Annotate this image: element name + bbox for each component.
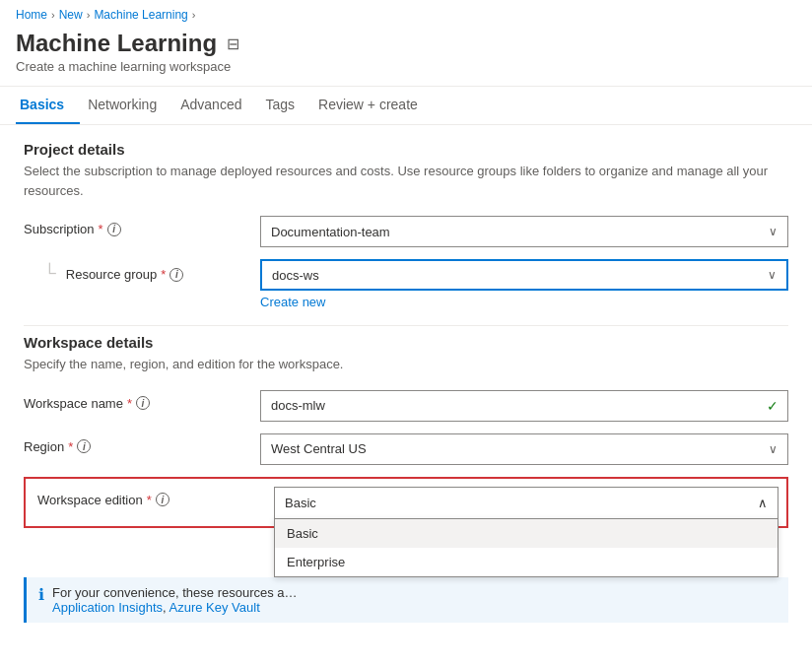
- workspace-name-required: *: [127, 396, 132, 411]
- region-required: *: [68, 439, 73, 454]
- info-banner-text: For your convenience, these resources a……: [52, 585, 777, 615]
- region-info-icon[interactable]: i: [77, 439, 91, 453]
- workspace-edition-label: Workspace edition: [37, 493, 143, 507]
- subscription-dropdown[interactable]: Documentation-team ∨: [260, 216, 788, 247]
- subscription-value: Documentation-team: [271, 225, 390, 239]
- breadcrumb: Home › New › Machine Learning ›: [0, 0, 812, 26]
- project-details-title: Project details: [24, 141, 788, 158]
- breadcrumb-sep-1: ›: [51, 9, 55, 21]
- resource-group-label: Resource group: [66, 267, 158, 282]
- workspace-name-input[interactable]: [260, 390, 788, 422]
- workspace-edition-row: Workspace edition * i Basic ∧ Basic Ente…: [24, 477, 788, 528]
- tab-basics[interactable]: Basics: [16, 87, 80, 124]
- workspace-name-info-icon[interactable]: i: [136, 396, 150, 410]
- info-banner: ℹ For your convenience, these resources …: [24, 577, 788, 623]
- region-value: West Central US: [271, 441, 367, 456]
- subscription-label-col: Subscription * i: [24, 216, 260, 236]
- workspace-edition-required: *: [147, 493, 152, 507]
- workspace-edition-value: Basic: [285, 496, 316, 510]
- subscription-required: *: [99, 222, 103, 236]
- subscription-info-icon[interactable]: i: [107, 223, 121, 236]
- info-banner-link-keyvault[interactable]: Azure Key Vault: [169, 600, 260, 615]
- resource-group-info-icon[interactable]: i: [169, 268, 183, 282]
- workspace-edition-option-enterprise[interactable]: Enterprise: [275, 548, 778, 576]
- region-dropdown[interactable]: West Central US ∨: [260, 433, 788, 465]
- info-banner-icon: ℹ: [38, 585, 44, 604]
- tab-networking[interactable]: Networking: [84, 87, 172, 124]
- subscription-label: Subscription: [24, 222, 95, 236]
- breadcrumb-sep-3: ›: [192, 9, 196, 21]
- workspace-edition-control: Basic ∧ Basic Enterprise: [274, 487, 778, 518]
- region-label: Region: [24, 439, 64, 454]
- resource-group-value: docs-ws: [272, 268, 319, 283]
- breadcrumb-home[interactable]: Home: [16, 8, 47, 22]
- resource-group-control: docs-ws ∨ Create new: [260, 259, 788, 309]
- region-row: Region * i West Central US ∨: [24, 433, 788, 465]
- tab-advanced[interactable]: Advanced: [176, 87, 257, 124]
- subscription-arrow: ∨: [769, 225, 778, 238]
- breadcrumb-sep-2: ›: [87, 9, 91, 21]
- info-banner-description: For your convenience, these resources a: [52, 585, 285, 600]
- workspace-name-label-col: Workspace name * i: [24, 390, 260, 411]
- workspace-section: Workspace details Specify the name, regi…: [24, 325, 788, 374]
- page-subtitle: Create a machine learning workspace: [16, 59, 796, 74]
- tab-review-create[interactable]: Review + create: [314, 87, 434, 124]
- resource-group-label-col: └ Resource group * i: [24, 259, 260, 284]
- workspace-name-row: Workspace name * i ✓: [24, 390, 788, 422]
- info-banner-link-insights[interactable]: Application Insights: [52, 600, 163, 615]
- workspace-edition-info-icon[interactable]: i: [156, 493, 169, 506]
- subscription-control: Documentation-team ∨: [260, 216, 788, 247]
- workspace-name-label: Workspace name: [24, 396, 123, 411]
- tabs-bar: Basics Networking Advanced Tags Review +…: [0, 87, 812, 125]
- print-icon[interactable]: ⊟: [227, 34, 239, 53]
- create-new-link[interactable]: Create new: [260, 295, 325, 309]
- page-title: Machine Learning: [16, 30, 217, 57]
- resource-group-required: *: [161, 267, 166, 282]
- form-content: Project details Select the subscription …: [0, 125, 812, 638]
- tab-tags[interactable]: Tags: [261, 87, 310, 124]
- project-details-desc: Select the subscription to manage deploy…: [24, 162, 788, 200]
- region-control: West Central US ∨: [260, 433, 788, 465]
- workspace-edition-option-basic[interactable]: Basic: [275, 519, 778, 548]
- breadcrumb-machine-learning[interactable]: Machine Learning: [94, 8, 187, 22]
- info-banner-ellipsis: …: [285, 585, 298, 600]
- resource-group-dropdown[interactable]: docs-ws ∨: [260, 259, 788, 291]
- subscription-row: Subscription * i Documentation-team ∨: [24, 216, 788, 247]
- resource-group-row: └ Resource group * i docs-ws ∨ Create ne…: [24, 259, 788, 309]
- workspace-details-title: Workspace details: [24, 334, 788, 351]
- resource-group-arrow: ∨: [768, 268, 777, 282]
- page-header: Machine Learning ⊟ Create a machine lear…: [0, 26, 812, 87]
- workspace-name-check-icon: ✓: [767, 398, 778, 414]
- workspace-edition-label-col: Workspace edition * i: [37, 487, 274, 507]
- workspace-edition-arrow-up: ∧: [758, 496, 768, 510]
- workspace-details-desc: Specify the name, region, and edition fo…: [24, 355, 788, 374]
- breadcrumb-new[interactable]: New: [59, 8, 83, 22]
- region-arrow: ∨: [769, 442, 778, 456]
- workspace-name-control: ✓: [260, 390, 788, 422]
- region-label-col: Region * i: [24, 433, 260, 454]
- workspace-edition-dropdown[interactable]: Basic ∧: [274, 487, 778, 518]
- workspace-edition-menu: Basic Enterprise: [274, 518, 778, 577]
